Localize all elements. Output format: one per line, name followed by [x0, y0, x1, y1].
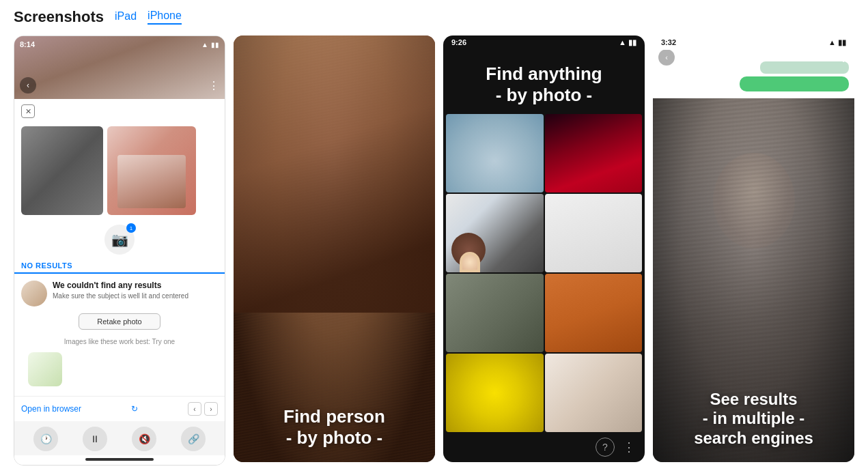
s1-history-icon: 🕐: [40, 433, 52, 444]
s1-tab-bar: NO RESULTS: [14, 259, 225, 274]
s1-photo-bw: [21, 126, 103, 215]
s1-content: ✕ 📷 1 NO RESULTS: [14, 99, 225, 465]
s1-result-desc: Make sure the subject is well lit and ce…: [53, 291, 188, 300]
s1-sample-thumb[interactable]: [28, 352, 62, 386]
s3-retro-car-img: [545, 274, 643, 352]
s1-result-text: We couldn't find any results Make sure t…: [53, 281, 188, 300]
s4-battery-icon: ▮▮: [838, 38, 846, 47]
s1-avatar: [21, 281, 47, 306]
s3-status-bar: 9:26 ▲ ▮▮: [443, 35, 645, 50]
s4-bottom-line2: - in multiple -: [664, 409, 843, 429]
s3-status-icons: ▲ ▮▮: [619, 38, 636, 47]
s2-background: Find person - by photo -: [234, 35, 435, 462]
s4-portrait: See results - in multiple - search engin…: [653, 98, 854, 462]
s3-help-button[interactable]: ?: [596, 438, 615, 457]
s3-main-text-line1: Find anything: [454, 63, 634, 85]
screenshot-1: 8:14 ▲ ▮▮ ‹ ⋮: [14, 35, 225, 466]
screenshots-row: 8:14 ▲ ▮▮ ‹ ⋮: [14, 35, 854, 471]
s4-more-icon: ⋮: [838, 52, 849, 63]
tab-ipad[interactable]: iPad: [115, 10, 137, 24]
s1-next-icon: ›: [210, 405, 212, 413]
s3-bottom-bar: ? ⋮: [443, 432, 645, 462]
s1-photos-row: [14, 124, 225, 220]
s3-time: 9:26: [451, 38, 466, 47]
s1-home-indicator: [85, 458, 154, 461]
s4-background: 3:32 ▲ ▮▮ ‹ ⋮: [653, 35, 854, 462]
s1-mute-icon: 🔇: [139, 433, 150, 444]
s1-close-row: ✕: [14, 99, 225, 124]
s2-main-text-line1: Find person: [247, 406, 421, 427]
s1-close-button[interactable]: ✕: [21, 104, 35, 118]
s1-mute-button[interactable]: 🔇: [132, 427, 156, 451]
s4-bottom-line3: search engines: [664, 429, 843, 448]
s1-camera-badge: 1: [126, 223, 136, 233]
s4-chat-bubble-row: [658, 76, 849, 91]
s4-back-icon: ‹: [665, 53, 668, 61]
s1-camera-button[interactable]: 📷 1: [104, 225, 135, 255]
s4-nav-bar: ‹ ⋮: [658, 49, 849, 66]
s1-close-icon: ✕: [25, 107, 31, 116]
s1-tab-label[interactable]: NO RESULTS: [21, 261, 218, 272]
s3-dog2-img: [545, 354, 643, 432]
s3-flower-img: [446, 354, 544, 432]
s1-open-browser-link[interactable]: Open in browser: [21, 404, 81, 414]
s1-bottom-bar: Open in browser ↻ ‹ ›: [14, 396, 225, 421]
s1-wifi-icon: ▲: [201, 41, 208, 48]
s1-toolbar: 🕐 ⏸ 🔇 🔗: [14, 421, 225, 455]
s4-back-button[interactable]: ‹: [658, 49, 675, 66]
s4-bottom-line1: See results: [664, 390, 843, 410]
s3-cell-dog: [446, 114, 544, 192]
s3-puppy-img: [446, 194, 544, 272]
header: Screenshots iPad iPhone: [14, 8, 854, 26]
s1-photo-color: [107, 126, 196, 215]
s3-cell-puppy: [446, 194, 544, 272]
s1-camera-icon-glyph: 📷: [111, 231, 128, 248]
s1-refresh-icon[interactable]: ↻: [131, 404, 138, 414]
s4-status-bar: 3:32 ▲ ▮▮: [653, 35, 854, 50]
s4-wifi-icon: ▲: [828, 38, 836, 47]
s3-cell-kittens: [446, 274, 544, 352]
s1-back-button[interactable]: ‹: [20, 77, 36, 94]
s1-status-bar: 8:14 ▲ ▮▮: [20, 40, 219, 48]
s3-cell-car: [545, 114, 643, 192]
s3-dog-img: [446, 114, 544, 192]
s4-chat-bubble: [740, 76, 849, 91]
s3-background: 9:26 ▲ ▮▮ Find anything - by photo -: [443, 35, 645, 462]
s1-camera-row: 📷 1: [14, 220, 225, 259]
s1-no-results: We couldn't find any results Make sure t…: [14, 274, 225, 396]
s3-cell-retro-car: [545, 274, 643, 352]
s1-top-image: 8:14 ▲ ▮▮ ‹ ⋮: [14, 36, 225, 99]
s4-more-button[interactable]: ⋮: [838, 51, 849, 64]
s3-car-img: [545, 114, 643, 192]
s1-link-button[interactable]: 🔗: [181, 427, 206, 451]
s1-status-icons: ▲ ▮▮: [201, 41, 219, 48]
s3-cell-shoe: [545, 194, 643, 272]
s1-link-icon: 🔗: [188, 433, 199, 444]
s1-more-button[interactable]: ⋮: [208, 79, 219, 92]
s1-prev-button[interactable]: ‹: [188, 402, 201, 416]
s1-history-button[interactable]: 🕐: [33, 427, 58, 451]
tab-iphone[interactable]: iPhone: [148, 10, 182, 25]
s3-grid: [446, 114, 642, 432]
s3-more-button[interactable]: ⋮: [623, 440, 635, 455]
s4-bottom-text: See results - in multiple - search engin…: [653, 390, 854, 448]
s1-next-button[interactable]: ›: [204, 402, 218, 416]
s3-kittens-img: [446, 274, 544, 352]
screenshot-4: 3:32 ▲ ▮▮ ‹ ⋮: [653, 35, 854, 462]
s1-time: 8:14: [20, 40, 35, 48]
screenshot-2: Find person - by photo -: [234, 35, 435, 462]
s1-avatar-row: We couldn't find any results Make sure t…: [21, 281, 218, 306]
s1-retake-button[interactable]: Retake photo: [79, 313, 160, 330]
s2-face-layer: [234, 35, 435, 313]
s1-pause-button[interactable]: ⏸: [83, 427, 107, 451]
s1-back-icon: ‹: [27, 81, 29, 90]
s3-puppy-bowl: [460, 252, 480, 272]
page-title: Screenshots: [14, 8, 104, 26]
s3-shoe-img: [545, 194, 643, 272]
s3-top-text: Find anything - by photo -: [443, 50, 645, 114]
s1-pause-icon: ⏸: [90, 433, 100, 444]
screenshot-3: 9:26 ▲ ▮▮ Find anything - by photo -: [443, 35, 645, 462]
page-container: Screenshots iPad iPhone 8:14 ▲ ▮▮ ‹: [0, 0, 868, 471]
s1-more-icon: ⋮: [208, 80, 219, 91]
s2-main-text-line2: - by photo -: [247, 427, 421, 448]
